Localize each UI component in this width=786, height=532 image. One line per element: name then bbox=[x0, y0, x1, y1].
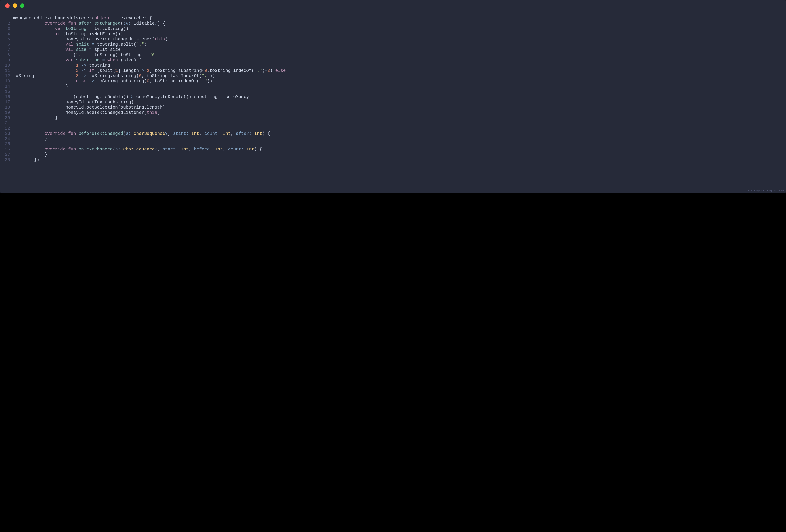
line-number: 11 bbox=[3, 68, 13, 73]
line-number: 13 bbox=[3, 78, 13, 84]
line-content[interactable]: if (substring.toDouble() > comeMoney.toD… bbox=[13, 94, 249, 99]
line-number: 22 bbox=[3, 126, 13, 131]
line-content[interactable]: moneyEd.setSelection(substring.length) bbox=[13, 105, 165, 110]
code-line[interactable]: 7 val size = split.size bbox=[3, 47, 783, 52]
line-content[interactable]: val split = toString.split(".") bbox=[13, 42, 147, 47]
line-number: 9 bbox=[3, 57, 13, 63]
line-number: 17 bbox=[3, 99, 13, 105]
line-content[interactable]: override fun afterTextChanged(tv: Editab… bbox=[13, 21, 165, 26]
line-number: 3 bbox=[3, 26, 13, 31]
line-number: 27 bbox=[3, 152, 13, 157]
code-line[interactable]: 24 } bbox=[3, 136, 783, 141]
line-number: 12 bbox=[3, 73, 13, 78]
code-line[interactable]: 16 if (substring.toDouble() > comeMoney.… bbox=[3, 94, 783, 99]
code-line[interactable]: 8 if ("." == toString) toString = "0." bbox=[3, 52, 783, 57]
code-line[interactable]: 18 moneyEd.setSelection(substring.length… bbox=[3, 105, 783, 110]
code-line[interactable]: 20 } bbox=[3, 115, 783, 120]
code-line[interactable]: 15 bbox=[3, 89, 783, 94]
code-line[interactable]: 6 val split = toString.split(".") bbox=[3, 42, 783, 47]
line-content[interactable]: } bbox=[13, 120, 47, 126]
line-number: 5 bbox=[3, 37, 13, 42]
line-number: 10 bbox=[3, 63, 13, 68]
line-number: 19 bbox=[3, 110, 13, 115]
close-icon[interactable] bbox=[5, 3, 9, 8]
line-number: 25 bbox=[3, 141, 13, 147]
line-number: 28 bbox=[3, 157, 13, 162]
line-content[interactable]: moneyEd.removeTextChangedListener(this) bbox=[13, 37, 168, 42]
code-line[interactable]: 19 moneyEd.addTextChangedListener(this) bbox=[3, 110, 783, 115]
line-number: 24 bbox=[3, 136, 13, 141]
line-number: 14 bbox=[3, 84, 13, 89]
code-line[interactable]: 2 override fun afterTextChanged(tv: Edit… bbox=[3, 21, 783, 26]
minimize-icon[interactable] bbox=[13, 3, 17, 8]
line-number: 4 bbox=[3, 31, 13, 37]
code-line[interactable]: 10 1 -> toString bbox=[3, 63, 783, 68]
line-content[interactable]: } bbox=[13, 115, 57, 120]
line-number: 23 bbox=[3, 131, 13, 136]
line-number: 1 bbox=[3, 16, 13, 21]
line-content[interactable]: moneyEd.addTextChangedListener(this) bbox=[13, 110, 160, 115]
zoom-icon[interactable] bbox=[20, 3, 24, 8]
line-content[interactable]: 1 -> toString bbox=[13, 63, 110, 68]
line-content[interactable]: }) bbox=[13, 157, 39, 162]
line-content[interactable]: override fun beforeTextChanged(s: CharSe… bbox=[13, 131, 270, 136]
code-window: 1moneyEd.addTextChangedListener(object :… bbox=[0, 0, 786, 193]
code-line[interactable]: 21 } bbox=[3, 120, 783, 126]
line-number: 26 bbox=[3, 147, 13, 152]
code-line[interactable]: 17 moneyEd.setText(substring) bbox=[3, 99, 783, 105]
code-line[interactable]: 13 else -> toString.substring(0, toStrin… bbox=[3, 78, 783, 84]
code-line[interactable]: 26 override fun onTextChanged(s: CharSeq… bbox=[3, 147, 783, 152]
line-content[interactable]: override fun onTextChanged(s: CharSequen… bbox=[13, 147, 262, 152]
line-content[interactable]: moneyEd.addTextChangedListener(object : … bbox=[13, 16, 152, 21]
line-content[interactable]: var toString = tv.toString() bbox=[13, 26, 129, 31]
line-content[interactable]: var substring = when (size) { bbox=[13, 57, 141, 63]
line-number: 21 bbox=[3, 120, 13, 126]
code-line[interactable]: 28 }) bbox=[3, 157, 783, 162]
line-content[interactable]: moneyEd.setText(substring) bbox=[13, 99, 134, 105]
line-content[interactable]: } bbox=[13, 136, 47, 141]
code-line[interactable]: 22 bbox=[3, 126, 783, 131]
code-line[interactable]: 23 override fun beforeTextChanged(s: Cha… bbox=[3, 131, 783, 136]
code-line[interactable]: 3 var toString = tv.toString() bbox=[3, 26, 783, 31]
line-number: 15 bbox=[3, 89, 13, 94]
line-content[interactable]: val size = split.size bbox=[13, 47, 120, 52]
code-editor[interactable]: 1moneyEd.addTextChangedListener(object :… bbox=[0, 11, 786, 193]
line-content[interactable]: if ("." == toString) toString = "0." bbox=[13, 52, 160, 57]
code-line[interactable]: 1moneyEd.addTextChangedListener(object :… bbox=[3, 16, 783, 21]
code-line[interactable]: 12toString 3 -> toString.substring(0, to… bbox=[3, 73, 783, 78]
line-number: 7 bbox=[3, 47, 13, 52]
line-content[interactable]: } bbox=[13, 84, 68, 89]
line-content[interactable]: else -> toString.substring(0, toString.i… bbox=[13, 78, 212, 84]
line-number: 6 bbox=[3, 42, 13, 47]
line-number: 16 bbox=[3, 94, 13, 99]
code-line[interactable]: 5 moneyEd.removeTextChangedListener(this… bbox=[3, 37, 783, 42]
line-content[interactable]: if (toString.isNotEmpty()) { bbox=[13, 31, 129, 37]
code-line[interactable]: 9 var substring = when (size) { bbox=[3, 57, 783, 63]
code-line[interactable]: 4 if (toString.isNotEmpty()) { bbox=[3, 31, 783, 37]
line-number: 20 bbox=[3, 115, 13, 120]
code-line[interactable]: 27 } bbox=[3, 152, 783, 157]
line-content[interactable]: 2 -> if (split[1].length > 2) toString.s… bbox=[13, 68, 285, 73]
line-number: 2 bbox=[3, 21, 13, 26]
line-number: 8 bbox=[3, 52, 13, 57]
line-content[interactable]: toString 3 -> toString.substring(0, toSt… bbox=[13, 73, 215, 78]
window-titlebar bbox=[0, 0, 786, 11]
code-line[interactable]: 25 bbox=[3, 141, 783, 147]
code-line[interactable]: 11 2 -> if (split[1].length > 2) toStrin… bbox=[3, 68, 783, 73]
line-content[interactable]: } bbox=[13, 152, 47, 157]
code-line[interactable]: 14 } bbox=[3, 84, 783, 89]
watermark-text: https://blog.csdn.net/qq_20330595 bbox=[747, 189, 784, 192]
line-number: 18 bbox=[3, 105, 13, 110]
